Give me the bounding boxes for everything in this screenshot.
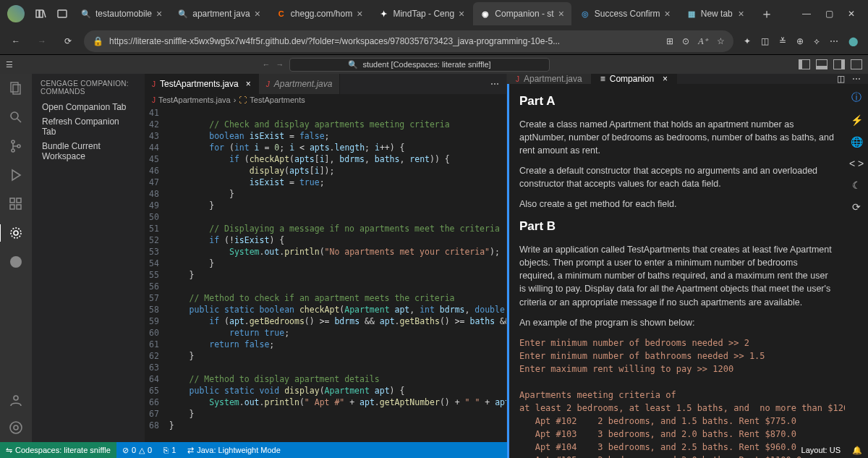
remote-icon: ⇋ [6,446,12,455]
breadcrumb-symbol: TestApartments [250,96,305,104]
nav-fwd-icon[interactable]: → [276,60,284,69]
sync-icon[interactable]: ⊞ [666,36,673,47]
address-bar[interactable]: 🔒 https://literate-sniffle-x5wx9wg5x7w4f… [84,30,733,52]
command-center[interactable]: 🔍 student [Codespaces: literate sniffle] [289,58,549,72]
settings-icon[interactable] [7,419,25,436]
refresh-comp-icon[interactable]: ⟳ [852,201,861,213]
svg-point-21 [10,422,22,433]
tab-close-icon[interactable]: × [663,74,668,84]
problems-status[interactable]: ⊘0 △0 [116,442,158,458]
code-content[interactable]: // Check and display apartments meeting … [169,106,506,442]
back-button[interactable]: ← [6,31,26,51]
tab-close-icon[interactable]: × [459,8,464,20]
layout-left-icon[interactable] [799,59,810,69]
editor-tab[interactable]: JApartment.java [259,74,341,94]
more-icon[interactable]: ⋯ [830,36,838,46]
collections-icon[interactable] [30,4,51,24]
browser-tab[interactable]: ◉Companion - st× [473,2,571,25]
sample-output: Enter minimum number of bedrooms needed … [519,336,835,458]
sidebar-item[interactable]: Refresh Companion Tab [32,114,145,139]
right-tab[interactable]: J Apartment.java [507,74,592,84]
workspaces-icon[interactable] [52,4,72,24]
sidebar-item[interactable]: Bundle Current Workspace [32,139,145,164]
search-hint: student [Codespaces: literate sniffle] [362,60,490,69]
collections2-icon[interactable]: ⊕ [796,36,804,46]
notifications-icon[interactable]: 🔔 [846,446,868,455]
rinfo-icon[interactable]: ⓘ [851,91,861,104]
split-icon[interactable]: ◫ [761,36,769,46]
new-tab-button[interactable]: ＋ [760,5,773,22]
tab-title: apartment java [192,9,250,19]
part-a-heading: Part A [519,93,835,111]
java-mode-status[interactable]: ⇄ Java: Lightweight Mode [182,442,286,458]
refresh-button[interactable]: ⟳ [58,31,78,51]
layout-custom-icon[interactable] [851,59,862,69]
right-tab[interactable]: ≡ Companion× [592,74,677,84]
lightning-icon[interactable]: ⚡ [851,114,863,126]
activity-bar [0,74,32,442]
extensions-icon[interactable] [7,195,25,213]
code-editor[interactable]: 4142434445464748495051525354555657585960… [145,106,506,442]
layout-bottom-icon[interactable] [816,59,827,69]
explorer-icon[interactable] [7,80,25,97]
favorite-icon[interactable]: ☆ [717,36,725,47]
browser-tab[interactable]: ◎Success Confirm× [573,2,678,25]
companion-icon[interactable] [0,224,31,242]
tab-close-icon[interactable]: × [558,8,564,20]
breadcrumb-file: TestApartments.java [158,96,231,104]
read-aloud-icon[interactable]: A⁺ [698,36,708,47]
part-a-p3: Also create a get method for each field. [519,198,835,211]
zoom-icon[interactable]: ⊙ [682,36,689,47]
menu-icon[interactable]: ☰ [6,60,13,69]
browser-tab[interactable]: ▦New tab× [679,2,752,25]
layout-right-icon[interactable] [833,59,845,69]
minimize-button[interactable]: — [802,9,811,19]
split-editor-icon[interactable]: ◫ [837,74,845,84]
restore-button[interactable]: ▢ [825,9,833,19]
sidebar-item[interactable]: Open Companion Tab [32,100,145,114]
tab-close-icon[interactable]: × [255,8,260,20]
nav-back-icon[interactable]: ← [262,60,270,69]
part-a-p2: Create a default constructor that accept… [519,164,835,190]
editor-tab[interactable]: JTestApartments.java× [145,74,259,94]
github-icon[interactable] [7,253,25,271]
svg-marker-11 [12,170,20,180]
line-gutter: 4142434445464748495051525354555657585960… [145,106,169,442]
browser-tab-row: 🔍testautomobile×🔍apartment java×Cchegg.c… [0,0,868,27]
code-icon[interactable]: < > [849,158,864,169]
remote-indicator[interactable]: ⇋ Codespaces: literate sniffle [0,442,116,458]
extension-icon[interactable]: ✦ [744,36,751,46]
performance-icon[interactable]: ⟡ [814,36,820,46]
search-activity-icon[interactable] [7,109,25,126]
favorites-icon[interactable]: ≚ [779,36,786,46]
account-icon[interactable] [7,391,25,409]
address-row: ← → ⟳ 🔒 https://literate-sniffle-x5wx9wg… [0,27,868,55]
breadcrumb[interactable]: J TestApartments.java › ⛶ TestApartments [145,94,506,106]
window-controls: — ▢ ✕ [792,9,865,19]
moon-icon[interactable]: ☾ [852,179,861,191]
part-a-p1: Create a class named Apartment that hold… [519,118,835,157]
tab-close-icon[interactable]: × [156,8,162,20]
browser-tab[interactable]: 🔍apartment java× [171,2,268,25]
browser-tab[interactable]: Cchegg.com/hom× [269,2,370,25]
source-control-icon[interactable] [7,137,25,155]
copilot-icon[interactable]: ⬤ [848,36,858,46]
layout-status[interactable]: Layout: US [796,446,846,454]
run-debug-icon[interactable] [7,166,25,184]
close-button[interactable]: ✕ [848,9,855,19]
globe-icon[interactable]: 🌐 [851,136,863,148]
tab-close-icon[interactable]: × [665,8,671,20]
error-count-icon: ⊘ [122,446,129,455]
profile-avatar[interactable] [7,5,25,22]
editor-more-icon[interactable]: ⋯ [483,74,506,94]
companion-content[interactable]: Part A Create a class named Apartment th… [507,84,845,458]
ports-status[interactable]: ⎘1 [158,442,182,458]
tab-close-icon[interactable]: × [357,8,362,20]
browser-tab[interactable]: 🔍testautomobile× [74,2,169,25]
tab-close-icon[interactable]: × [246,79,251,89]
browser-tab[interactable]: ✦MindTap - Ceng× [371,2,472,25]
tab-close-icon[interactable]: × [739,8,744,20]
forward-button[interactable]: → [32,31,52,51]
svg-point-9 [12,149,14,152]
right-more-icon[interactable]: ⋯ [852,74,861,84]
